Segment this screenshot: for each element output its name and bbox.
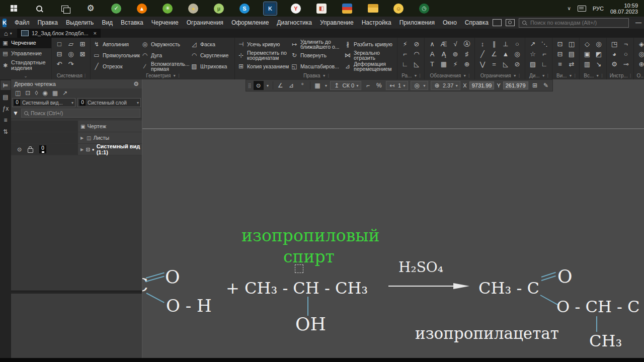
filter-funnel-icon[interactable]: ▼	[13, 110, 19, 117]
constraint-tool-icon[interactable]: ╱	[477, 49, 488, 59]
menu-item[interactable]: Файл	[11, 17, 34, 28]
geometry-tool-button[interactable]: ◎ Окружность	[141, 39, 189, 50]
lock-icon[interactable]	[28, 148, 33, 153]
edit-tool-button[interactable]: ⊣ Усечь кривую	[237, 39, 289, 50]
system-tool-icon[interactable]: ▱	[66, 39, 76, 49]
menu-item[interactable]: Диагностика	[273, 17, 316, 28]
keyboard-tray-icon[interactable]	[578, 6, 586, 12]
views-tool-icon[interactable]: ⊡	[555, 39, 565, 49]
edit-tool-button[interactable]: ⊹ Переместить по координатам	[237, 50, 289, 61]
menu-item[interactable]: Настройка	[358, 17, 395, 28]
o-tool-icon[interactable]: ◈	[636, 39, 644, 49]
tree-settings-gear-icon[interactable]: ⚙	[133, 80, 139, 87]
edit-tool-button[interactable]: ⊞ Копия указанием	[237, 61, 289, 72]
utorrent-icon[interactable]: µ	[212, 2, 225, 15]
tree-toolbar-icon[interactable]: ◫	[15, 89, 21, 97]
tree-search-field[interactable]: Поиск (Ctrl+/)	[21, 109, 140, 118]
polar-snap-icon[interactable]: °	[298, 82, 307, 89]
geometry-tool-button[interactable]: ↯ Автолиния	[93, 39, 140, 50]
constraint-tool-icon[interactable]: =	[489, 59, 499, 69]
panel-tab-management[interactable]: ▤ Управление	[0, 48, 51, 59]
zoom-mode-select[interactable]: ◎ ▼	[411, 81, 428, 90]
tools-tool-icon[interactable]: ⚙	[609, 59, 619, 69]
tab-close-icon[interactable]: ×	[94, 30, 97, 36]
dimension-tool-icon[interactable]: ⌐	[400, 49, 410, 59]
visibility-eye-icon[interactable]: ⊙	[17, 146, 22, 153]
system-tool-icon[interactable]: ↶	[54, 59, 64, 69]
annotation-tool-icon[interactable]: A	[427, 49, 437, 59]
search-icon[interactable]	[33, 2, 46, 15]
menu-item[interactable]: Справка	[461, 17, 493, 28]
constraint-tool-icon[interactable]: ∠	[489, 49, 499, 59]
geometry-tool-button[interactable]: ▭ Прямоугольник	[93, 50, 140, 61]
edit-tool-button[interactable]: ↻ Повернуть	[290, 50, 343, 61]
diagnostics-tool-icon[interactable]: ↗	[528, 39, 538, 49]
home-dropdown-icon[interactable]: ▾	[10, 31, 12, 36]
annotation-tool-icon[interactable]: √	[450, 39, 460, 49]
diagnostics-tool-icon[interactable]: ⌐	[539, 49, 549, 59]
task-view-icon[interactable]	[58, 2, 71, 15]
constraint-tool-icon[interactable]: ◎	[512, 49, 522, 59]
y-coordinate-value[interactable]: 261.979	[503, 81, 528, 89]
constraint-tool-icon[interactable]: ⋁	[477, 59, 488, 69]
start-button-icon[interactable]	[7, 2, 20, 15]
diagnostics-tool-icon[interactable]: ▨	[528, 59, 538, 69]
constraint-tool-icon[interactable]: ∥	[489, 39, 499, 49]
dimension-tool-icon[interactable]: ∟	[400, 59, 410, 69]
tree-toolbar-icon[interactable]: ⊡	[25, 89, 30, 97]
tree-toolbar-icon[interactable]: ▦	[52, 89, 58, 97]
system-tool-icon[interactable]	[77, 59, 88, 69]
geometry-tool-button[interactable]: ∕ Вспомогатель... прямая	[141, 61, 189, 72]
panel-tab-drafting[interactable]: ▣ Черчение	[0, 38, 51, 48]
edit-tool-button[interactable]: ⊿ Деформация перемещением	[344, 61, 395, 72]
constraint-tool-icon[interactable]: ⊘	[512, 59, 522, 69]
current-layer-select[interactable]: 0 Системный слой ▾	[77, 98, 141, 107]
drweb-icon[interactable]: ✳	[161, 2, 174, 15]
system-tool-icon[interactable]: ⊞	[77, 39, 88, 49]
settings-gear-icon[interactable]: ⚙	[84, 2, 97, 15]
dimension-tool-icon[interactable]: ◠	[412, 49, 422, 59]
menu-item[interactable]: Правка	[33, 17, 62, 28]
views-tool-icon[interactable]: ⊟	[555, 49, 565, 59]
constraint-tool-icon[interactable]: ↕	[477, 39, 488, 49]
constraint-tool-icon[interactable]: ◺	[501, 59, 511, 69]
variables-fx-icon[interactable]: ƒx	[1, 104, 11, 113]
tools-tool-icon[interactable]: ○	[621, 49, 631, 59]
insert-tool-icon[interactable]: ▣	[582, 49, 592, 59]
tools-tool-icon[interactable]: ¬	[621, 39, 631, 49]
constraint-tool-icon[interactable]: ⊥	[501, 39, 511, 49]
swap-panel-icon[interactable]: ⇅	[1, 127, 11, 136]
diagnostics-tool-icon[interactable]: ∟	[539, 59, 549, 69]
dimension-tool-icon[interactable]: ◺	[412, 59, 422, 69]
money-app-icon[interactable]: ●	[187, 2, 200, 15]
chevron-down-icon[interactable]: ▼	[325, 84, 328, 87]
insert-tool-icon[interactable]: ◎	[594, 39, 604, 49]
edit-tool-button[interactable]: ∦ Разбить кривую	[344, 39, 395, 50]
photo-viewer-icon[interactable]: ◧	[315, 2, 328, 15]
edit-tool-button[interactable]: ↦ Удлинить до ближайшего о...	[290, 39, 343, 50]
layer-badge[interactable]: 0	[39, 145, 46, 153]
tools-tool-icon[interactable]: ◳	[609, 39, 619, 49]
system-tool-icon[interactable]: ◎	[66, 49, 76, 59]
geometry-tool-button[interactable]: ◿ Фаска	[190, 39, 232, 50]
rounding-icon[interactable]: %	[375, 82, 383, 89]
kompas-taskbar-icon[interactable]: K	[264, 2, 277, 15]
chevron-down-icon[interactable]: ▼	[266, 84, 270, 87]
system-tool-icon[interactable]: □	[54, 39, 64, 49]
clock-app-icon[interactable]: ◷	[418, 2, 431, 15]
menu-item[interactable]: Черчение	[147, 17, 183, 28]
tree-row-sheets[interactable]: ▶ ◫ Листы	[11, 132, 142, 144]
dimension-tool-icon[interactable]: ⚡	[400, 39, 410, 49]
menu-item[interactable]: Приложения	[395, 17, 439, 28]
layers-list-icon[interactable]: ≡	[1, 115, 11, 125]
diagnostics-tool-icon[interactable]: ⋱	[539, 39, 549, 49]
parameters-panel-icon[interactable]: ▤	[1, 92, 11, 102]
line-style-select[interactable]: ↤ 1 ▼	[386, 81, 408, 90]
o-tool-icon[interactable]: ◎	[636, 49, 644, 59]
tree-toolbar-icon[interactable]: ◉	[42, 89, 47, 97]
skype-icon[interactable]: S	[238, 2, 251, 15]
menu-item[interactable]: Ограничения	[183, 17, 227, 28]
grid-icon[interactable]: ▦	[313, 82, 322, 89]
constraint-tool-icon[interactable]: ○	[512, 39, 522, 49]
current-view-select[interactable]: 0 Системный вид... ▾	[12, 98, 75, 107]
